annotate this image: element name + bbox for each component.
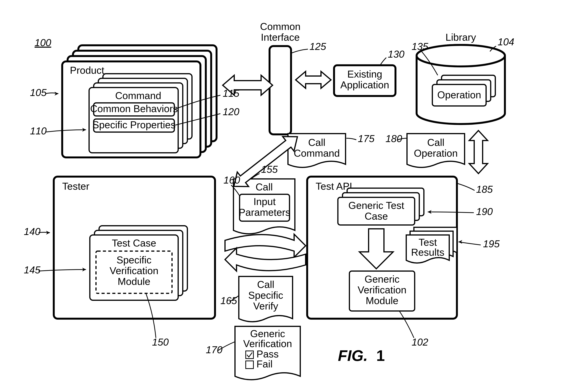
existing-application: Existing Application <box>334 65 396 96</box>
ref-195: 195 <box>483 238 500 249</box>
svg-text:Input: Input <box>254 196 276 207</box>
svg-text:Case: Case <box>364 210 388 222</box>
svg-text:Command: Command <box>294 148 340 159</box>
svg-text:Module: Module <box>366 295 398 306</box>
operation-label: Operation <box>437 89 481 100</box>
svg-text:Module: Module <box>118 276 150 287</box>
test-results-doc: Test Results <box>406 227 457 263</box>
svg-text:Common: Common <box>260 21 301 32</box>
specific-properties-label: Specific Properties <box>92 119 176 130</box>
ref-150: 150 <box>152 336 169 348</box>
ref-135: 135 <box>412 41 428 52</box>
ref-102: 102 <box>412 336 428 348</box>
ref-155: 155 <box>261 164 278 175</box>
command-title: Command <box>115 90 161 101</box>
ref-110: 110 <box>30 125 47 136</box>
svg-text:Verification: Verification <box>243 338 292 349</box>
ref-165: 165 <box>220 295 237 306</box>
call-specific-verify-doc: Call Specific Verify <box>239 276 292 322</box>
svg-rect-12 <box>270 46 291 134</box>
svg-text:Specific: Specific <box>116 254 152 266</box>
ref-145: 145 <box>24 264 41 276</box>
svg-text:Pass: Pass <box>256 348 279 360</box>
test-case-title: Test Case <box>112 238 156 248</box>
svg-text:Call: Call <box>257 279 274 290</box>
svg-text:Fail: Fail <box>256 358 272 370</box>
tester-box: Tester Test Case Specific Verification M… <box>54 176 215 319</box>
svg-text:Library: Library <box>446 32 476 43</box>
svg-text:Generic Test: Generic Test <box>348 200 404 211</box>
svg-text:Generic: Generic <box>250 328 285 339</box>
ref-190: 190 <box>476 206 493 217</box>
ref-100: 100 <box>34 37 51 48</box>
svg-text:FIG.: FIG. <box>338 347 368 364</box>
product-title: Product <box>70 65 104 76</box>
svg-text:Verification: Verification <box>358 284 406 296</box>
ref-185: 185 <box>476 184 493 195</box>
common-behaviors-label: Common Behaviors <box>90 103 178 114</box>
call-operation-doc: Call Operation <box>407 134 464 168</box>
ref-130: 130 <box>388 48 404 60</box>
ref-125: 125 <box>310 41 326 52</box>
figure-1-diagram: Product Command Common Behaviors Specifi… <box>0 0 584 392</box>
call-doc: Call Input Parameters <box>234 179 295 234</box>
svg-text:1: 1 <box>376 347 385 364</box>
svg-text:Operation: Operation <box>414 148 458 159</box>
tester-title: Tester <box>62 181 90 192</box>
double-arrow-icon <box>296 72 331 88</box>
test-api-box: Test API Generic Test Case Test Results … <box>307 176 457 319</box>
library-cylinder: Library Operation <box>416 32 505 124</box>
ref-115: 115 <box>223 88 240 99</box>
common-interface: Common Interface <box>260 21 301 134</box>
svg-text:Application: Application <box>340 79 389 90</box>
svg-text:Verification: Verification <box>110 265 158 276</box>
svg-text:Call: Call <box>308 137 326 148</box>
ref-120: 120 <box>223 106 240 117</box>
svg-text:Generic: Generic <box>364 274 400 285</box>
svg-text:Verify: Verify <box>253 300 278 312</box>
svg-text:Call: Call <box>427 137 444 148</box>
ref-175: 175 <box>358 133 375 144</box>
ref-140: 140 <box>24 226 40 237</box>
svg-text:Call: Call <box>256 182 273 192</box>
svg-point-17 <box>416 45 505 66</box>
ref-104: 104 <box>498 36 514 48</box>
svg-text:Specific: Specific <box>248 290 283 301</box>
double-arrow-icon <box>469 130 488 174</box>
svg-text:Test: Test <box>418 237 437 248</box>
svg-text:Interface: Interface <box>261 32 300 43</box>
figure-label: FIG. 1 <box>338 347 385 364</box>
ref-170: 170 <box>206 344 222 355</box>
ref-105: 105 <box>30 87 47 98</box>
svg-text:Parameters: Parameters <box>239 207 290 218</box>
product-stack: Product Command Common Behaviors Specifi… <box>62 45 216 158</box>
ref-180: 180 <box>386 133 402 144</box>
generic-verification-doc: Generic Verification Pass Fail <box>235 326 300 380</box>
svg-text:Existing: Existing <box>347 68 382 80</box>
ref-160: 160 <box>224 174 240 186</box>
svg-text:Results: Results <box>411 247 444 258</box>
